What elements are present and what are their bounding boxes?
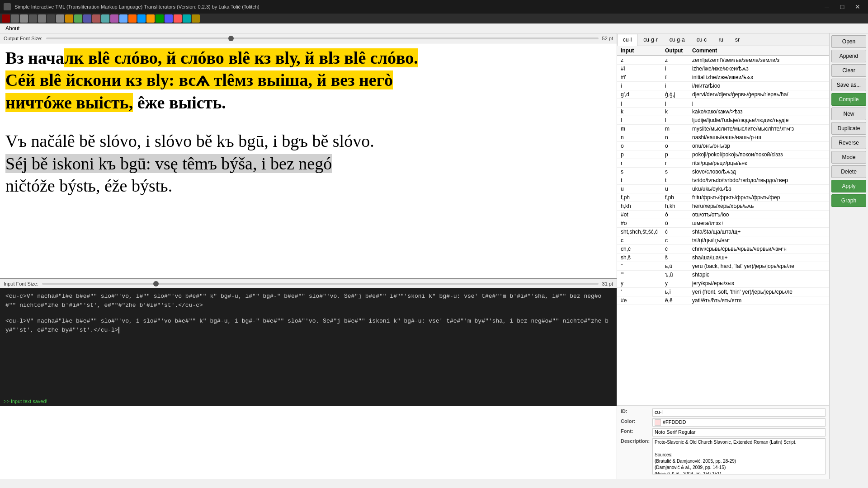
table-row[interactable]: i i i/и/ита/ѣіоо	[617, 82, 829, 90]
table-row[interactable]: l l ljudije/ljudie/l'udьje/людье/людиє/љ…	[617, 116, 829, 125]
new-button[interactable]: New	[831, 108, 866, 120]
table-row[interactable]: y y jery/єрьі/еры/зыз	[617, 279, 829, 288]
close-button[interactable]: ✕	[851, 0, 864, 14]
taskbar-icon-2[interactable]	[11, 14, 19, 23]
mode-button[interactable]: Mode	[831, 151, 866, 164]
taskbar-icon-21[interactable]	[183, 14, 191, 23]
cell-comment: uku/ukь/oykь/ѣз	[689, 185, 829, 193]
taskbar-icon-7[interactable]	[56, 14, 64, 23]
transliteration-table: Input Output Comment z z zemlja/zeml'i/з…	[617, 46, 829, 405]
output-latin-line2: Séj bě iskoni kъ bgū: vsę têmъ býša, i b…	[5, 153, 611, 175]
prop-font-value[interactable]: Noto Serif Regular	[652, 428, 826, 436]
taskbar-icon-20[interactable]	[174, 14, 182, 23]
table-row[interactable]: sh,š š sha/ша/ша/ш+	[617, 253, 829, 262]
cell-comment: djervi/derv/djerv/ģервь/ģервь/г'ервь/ħа/	[689, 90, 829, 99]
tab-cu-c[interactable]: cu-c	[691, 33, 713, 46]
table-row[interactable]: c c tsi/ці/цы/цъ/нꙧ	[617, 236, 829, 245]
reverse-button[interactable]: Reverse	[831, 136, 866, 149]
taskbar-icon-22[interactable]	[192, 14, 200, 23]
cell-output: p	[661, 150, 689, 159]
cell-comment: tvrido/tvrьdo/tvrbdo/твrbдо/твьрдо/твер	[689, 176, 829, 185]
table-row[interactable]: m m myslite/мыслите/мыслите/мыслhте/ꙥꙧз	[617, 125, 829, 133]
table-row[interactable]: sht,shch,št,šć,ć ć shta/šta/ща/шта/щ+	[617, 228, 829, 236]
input-fontsize-slider[interactable]	[42, 283, 598, 285]
table-row[interactable]: f,ph f,ph fritu/фрьть/фрьть/фрьть/фрьть/…	[617, 193, 829, 202]
table-row[interactable]: s s slovo/слово/ѣѧзд	[617, 168, 829, 176]
table-row[interactable]: u u uku/ukь/oykь/ѣз	[617, 185, 829, 193]
table-row[interactable]: k k kako/какo/какw/>ѣзз	[617, 108, 829, 116]
table-row[interactable]: t t tvrido/tvrьdo/tvrbdo/твrbдо/твьрдо/т…	[617, 176, 829, 185]
cell-output: z	[661, 56, 689, 65]
tab-cu-g-a[interactable]: cu-g-a	[664, 33, 691, 46]
taskbar-icon-9[interactable]	[74, 14, 82, 23]
table-row[interactable]: "' ъ,ŭ shtapic	[617, 271, 829, 279]
table-row[interactable]: j j j	[617, 99, 829, 108]
output-fontsize-slider[interactable]	[46, 38, 599, 39]
clear-button[interactable]: Clear	[831, 64, 866, 77]
append-button[interactable]: Append	[831, 50, 866, 62]
taskbar-icon-13[interactable]	[110, 14, 118, 23]
cell-input: #ot	[617, 211, 661, 219]
table-row[interactable]: #o ō шмега/іꙥзз+	[617, 219, 829, 228]
table-row[interactable]: #i' ї initial izhe/иже/ижеи/ѣѧз	[617, 73, 829, 82]
taskbar-icon-18[interactable]	[156, 14, 164, 23]
table-row[interactable]: #i і izhe/іже/иже/ижеи/ѣѧз	[617, 65, 829, 73]
taskbar-icon-10[interactable]	[83, 14, 91, 23]
minimize-button[interactable]: ─	[820, 0, 834, 14]
table-row[interactable]: r r ritsi/рцы/рьци/рцы/ьнє	[617, 159, 829, 168]
cell-comment: izhe/іже/иже/ижеи/ѣѧз	[689, 65, 829, 73]
table-row[interactable]: " ь,ŭ yeru (back, hard, 'fat' yer)/јерь/…	[617, 262, 829, 271]
taskbar-icon-6[interactable]	[47, 14, 55, 23]
compile-button[interactable]: Compile	[831, 93, 866, 106]
cell-output: j	[661, 99, 689, 108]
output-fontsize-label: Output Font Size:	[4, 36, 42, 41]
text-cursor	[118, 327, 119, 333]
input-text-area[interactable]: <cu-c>V" nacha#"l#e b#e#"" slo#"'vo, i#"…	[0, 288, 617, 397]
tab-cu-g-r[interactable]: cu-g-r	[637, 33, 663, 46]
left-panel: Output Font Size: 52 pt Вз началк вlê сл…	[0, 33, 617, 479]
apply-button[interactable]: Apply	[831, 180, 866, 192]
taskbar-icon-3[interactable]	[20, 14, 28, 23]
table-row[interactable]: g',d ģ,ģ,j djervi/derv/djerv/ģервь/ģервь…	[617, 90, 829, 99]
open-button[interactable]: Open	[831, 35, 866, 48]
taskbar-icon-19[interactable]	[165, 14, 173, 23]
table-row[interactable]: ch,č č chrivi/ćрьвь/ćрьвь/чрьвь/червьи/ч…	[617, 245, 829, 253]
menu-about[interactable]: About	[2, 24, 23, 33]
taskbar-icon-1[interactable]	[2, 14, 10, 23]
taskbar-icon-4[interactable]	[29, 14, 37, 23]
cell-input: p	[617, 150, 661, 159]
taskbar-icon-15[interactable]	[128, 14, 137, 23]
table-row[interactable]: o o onu/онъ/онъ/зр	[617, 142, 829, 150]
tab-cu-l[interactable]: cu-l	[617, 34, 637, 46]
taskbar-icon-8[interactable]	[65, 14, 73, 23]
cell-input: '	[617, 288, 661, 296]
tab-ru[interactable]: ru	[712, 33, 729, 46]
cell-output: ģ,ģ,j	[661, 90, 689, 99]
taskbar-icon-11[interactable]	[92, 14, 100, 23]
prop-color-value[interactable]: #FFDDDD	[652, 418, 826, 427]
table-row[interactable]: n n nashi/нашь/нашь/нашь/р+ш	[617, 133, 829, 142]
table-row[interactable]: #e ě,ē yati/ěть/ħть/ять/ятm	[617, 296, 829, 305]
prop-description-value[interactable]: Proto-Slavonic & Old Church Slavonic, Ex…	[652, 438, 826, 474]
table-row[interactable]: p p pokoji/pokoi/pokojь/покои/покой/єізз…	[617, 150, 829, 159]
table-row[interactable]: #ot ô otu/отъ/отъ/іоо	[617, 211, 829, 219]
taskbar-icon-5[interactable]	[38, 14, 46, 23]
maximize-button[interactable]: □	[835, 0, 849, 14]
duplicate-button[interactable]: Duplicate	[831, 122, 866, 135]
table-row[interactable]: ' ь,ī yeri (front, soft, 'thin' yer)/јер…	[617, 288, 829, 296]
save-as-button[interactable]: Save as...	[831, 79, 866, 91]
graph-button[interactable]: Graph	[831, 194, 866, 207]
table-row[interactable]: z z zemlja/zeml'i/земља/земла/земли/з	[617, 56, 829, 65]
cell-output: m	[661, 125, 689, 133]
delete-button[interactable]: Delete	[831, 165, 866, 178]
cell-comment: jery/єрьі/еры/зыз	[689, 279, 829, 288]
table-row[interactable]: h,kh h,kh heru/херь/херь/хБрь/ьѧь	[617, 202, 829, 211]
taskbar-icon-17[interactable]	[146, 14, 155, 23]
taskbar-icon-12[interactable]	[101, 14, 109, 23]
tab-sr[interactable]: sr	[729, 33, 745, 46]
cell-input: k	[617, 108, 661, 116]
taskbar-icon-16[interactable]	[137, 14, 146, 23]
cell-output: f,ph	[661, 193, 689, 202]
prop-id-value[interactable]: cu-l	[652, 408, 826, 417]
taskbar-icon-14[interactable]	[119, 14, 127, 23]
